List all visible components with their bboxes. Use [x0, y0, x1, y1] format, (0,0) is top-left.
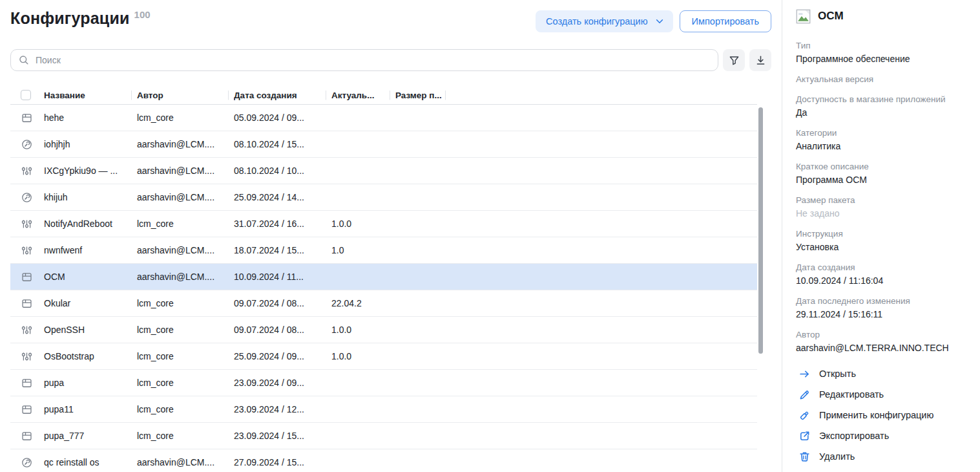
search-box — [10, 49, 718, 71]
table-row[interactable]: OsBootstrap lcm_core 25.09.2024 / 09... … — [10, 343, 757, 370]
table-row[interactable]: pupa lcm_core 23.09.2024 / 09... — [10, 370, 757, 396]
app-root: Конфигурации100 Создать конфигурацию Имп… — [0, 0, 980, 472]
field-label: Тип — [796, 39, 968, 52]
config-author-cell: lcm_core — [137, 351, 234, 361]
config-name-cell: IXCgYpkiu9o — ... — [44, 166, 137, 176]
field-label: Инструкция — [796, 228, 968, 240]
panel-field: Дата последнего изменения 29.11.2024 / 1… — [796, 295, 968, 321]
app-window-icon — [21, 404, 32, 415]
config-author-cell: lcm_core — [137, 325, 234, 335]
pencil-icon — [798, 389, 811, 401]
download-button[interactable] — [749, 49, 771, 71]
row-type-icon-cell — [10, 298, 44, 309]
row-type-icon-cell — [10, 457, 44, 468]
import-button[interactable]: Импортировать — [680, 10, 771, 32]
panel-action[interactable]: Открыть — [796, 363, 968, 384]
config-name-cell: iohjhjh — [44, 139, 137, 149]
select-all-checkbox[interactable] — [21, 90, 31, 100]
title-block: Конфигурации100 — [10, 9, 151, 28]
panel-action[interactable]: Применить конфигурацию — [796, 405, 968, 425]
page-header: Конфигурации100 Создать конфигурацию Имп… — [10, 9, 771, 32]
table-row[interactable]: OCM aarshavin@LCM.... 10.09.2024 / 11... — [10, 264, 757, 290]
table-row[interactable]: iohjhjh aarshavin@LCM.... 08.10.2024 / 1… — [10, 131, 757, 158]
panel-action[interactable]: Удалить — [796, 446, 968, 467]
field-value: 29.11.2024 / 15:16:11 — [796, 308, 968, 321]
column-header-size[interactable]: Размер п... — [395, 91, 451, 100]
table-row[interactable]: Okular lcm_core 09.07.2024 / 08... 22.04… — [10, 290, 757, 317]
arrow-right-icon — [798, 368, 811, 380]
table-scrollbar-thumb[interactable] — [758, 107, 763, 354]
table-row[interactable]: hehe lcm_core 05.09.2024 / 09... — [10, 105, 757, 131]
app-window-icon — [21, 113, 32, 123]
field-label: Категории — [796, 127, 968, 139]
table-row[interactable]: khijuh aarshavin@LCM.... 25.09.2024 / 14… — [10, 184, 757, 211]
config-name-cell: pupa_777 — [44, 431, 137, 441]
table-row[interactable]: pupa11 lcm_core 23.09.2024 / 12... — [10, 396, 757, 423]
config-name-cell: hehe — [44, 113, 137, 123]
column-header-version[interactable]: Актуаль... — [331, 91, 395, 100]
row-type-icon-cell — [10, 219, 44, 230]
row-type-icon-cell — [10, 166, 44, 177]
field-label: Доступность в магазине приложений — [796, 93, 968, 105]
panel-field: Актуальная версия — [796, 73, 968, 85]
column-header-created[interactable]: Дата создания — [234, 91, 331, 100]
header-checkbox-cell — [10, 90, 44, 100]
details-panel: OCM Тип Программное обеспечение Актуальн… — [782, 0, 980, 472]
table-row[interactable]: pupa_777 lcm_core 23.09.2024 / 15... — [10, 423, 757, 449]
app-window-icon — [21, 272, 32, 283]
config-created-cell: 23.09.2024 / 09... — [234, 378, 331, 388]
config-author-cell: lcm_core — [137, 298, 234, 308]
field-label: Автор — [796, 328, 968, 341]
export-icon — [798, 430, 811, 442]
column-header-name[interactable]: Название — [44, 91, 137, 100]
total-count-badge: 100 — [134, 9, 151, 20]
panel-action-label: Применить конфигурацию — [819, 410, 933, 420]
field-value: Да — [796, 106, 968, 119]
config-created-cell: 25.09.2024 / 09... — [234, 351, 331, 361]
panel-action[interactable]: Редактировать — [796, 384, 968, 405]
row-type-icon-cell — [10, 378, 44, 389]
field-value: aarshavin@LCM.TERRA.INNO.TECH — [796, 341, 968, 354]
sliders-icon — [21, 351, 32, 362]
table-row[interactable]: nwnfwenf aarshavin@LCM.... 18.07.2024 / … — [10, 237, 757, 264]
search-input[interactable] — [10, 49, 718, 71]
panel-action[interactable]: Экспортировать — [796, 425, 968, 446]
field-value: Программа OCM — [796, 173, 968, 186]
config-author-cell: lcm_core — [137, 113, 234, 123]
panel-field: Инструкция Установка — [796, 228, 968, 253]
column-header-author[interactable]: Автор — [137, 91, 234, 100]
app-window-icon — [21, 431, 32, 442]
header-actions: Создать конфигурацию Импортировать — [536, 10, 771, 32]
config-created-cell: 08.10.2024 / 15... — [234, 139, 331, 149]
row-type-icon-cell — [10, 325, 44, 336]
table-row[interactable]: IXCgYpkiu9o — ... aarshavin@LCM.... 08.1… — [10, 158, 757, 184]
field-value: Программное обеспечение — [796, 52, 968, 65]
field-label: Дата создания — [796, 261, 968, 274]
filter-icon — [729, 55, 740, 66]
config-name-cell: Okular — [44, 298, 137, 308]
config-created-cell: 09.07.2024 / 08... — [234, 325, 331, 335]
table-row[interactable]: NotifyAndReboot lcm_core 31.07.2024 / 16… — [10, 211, 757, 237]
config-author-cell: lcm_core — [137, 404, 234, 414]
config-name-cell: OsBootstrap — [44, 351, 137, 361]
config-author-cell: aarshavin@LCM.... — [137, 166, 234, 176]
sliders-icon — [21, 166, 32, 177]
config-author-cell: lcm_core — [137, 431, 234, 441]
config-version-cell: 1.0.0 — [331, 219, 395, 229]
table-body: hehe lcm_core 05.09.2024 / 09... iohjhjh… — [10, 105, 757, 472]
search-row — [10, 49, 771, 71]
panel-field: Дата создания 10.09.2024 / 11:16:04 — [796, 261, 968, 287]
chevron-down-icon — [655, 17, 664, 26]
config-name-cell: qc reinstall os — [44, 457, 137, 467]
row-type-icon-cell — [10, 192, 44, 203]
table-row[interactable]: OpenSSH lcm_core 09.07.2024 / 08... 1.0.… — [10, 317, 757, 343]
row-type-icon-cell — [10, 404, 44, 415]
config-created-cell: 27.09.2024 / 15... — [234, 457, 331, 467]
filter-button[interactable] — [723, 49, 745, 71]
config-name-cell: OpenSSH — [44, 325, 137, 335]
download-icon — [755, 55, 766, 66]
table-row[interactable]: qc reinstall os aarshavin@LCM.... 27.09.… — [10, 449, 757, 472]
create-config-button[interactable]: Создать конфигурацию — [536, 10, 673, 32]
config-created-cell: 25.09.2024 / 14... — [234, 192, 331, 202]
config-author-cell: lcm_core — [137, 219, 234, 229]
